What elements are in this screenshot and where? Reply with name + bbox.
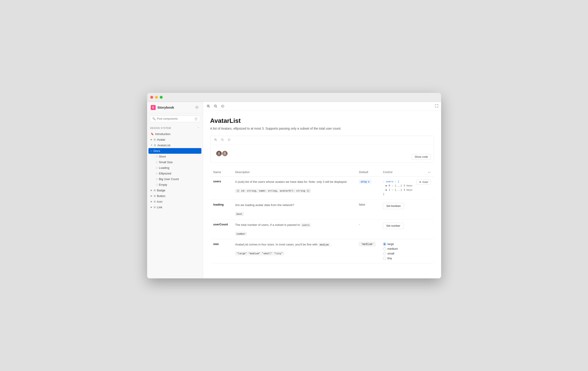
grid-icon: ⊞ [154,200,156,203]
props-table: Name Description Default Control ↩ [210,168,434,264]
default-badge: array ∨ [359,180,371,184]
prop-description: A (sub)-list of the users whose avatars … [235,180,353,193]
chevron-down-icon: ∨ [368,180,370,183]
square-icon: □ [156,166,158,169]
sidebar-header: S Storybook [147,102,203,113]
preview-toolbar [210,136,434,145]
square-icon: □ [156,172,158,175]
section-title: DESIGN SYSTEM [150,127,171,129]
radio-small[interactable]: small [383,252,431,255]
main-content: AvatarList A list of Avatars, ellipsized… [203,102,441,278]
col-default: Default [356,168,380,177]
prop-name: users [213,180,221,183]
sidebar-item-empty[interactable]: □ Empty [147,182,203,188]
radio-tiny[interactable]: tiny [383,256,431,260]
preview-zoom-in-icon[interactable] [213,138,218,142]
collapse-icon: ▶ [151,138,152,141]
expand-icon: ▼ [151,144,153,146]
default-value: - [359,223,360,226]
content-area: AvatarList A list of Avatars, ellipsized… [203,111,441,278]
search-box[interactable]: 🔍 / [150,116,200,122]
collapse-icon: ▶ [151,206,152,208]
sidebar-item-bigusercount[interactable]: □ Big User Count [147,176,203,182]
sidebar-item-ellipsized[interactable]: □ Ellipsized [147,171,203,176]
app-window: S Storybook 🔍 / DESIGN SYSTEM [147,93,441,278]
svg-line-10 [216,140,217,141]
sidebar-item-button[interactable]: ▶ ⊞ Button [147,193,203,199]
sidebar-item-short[interactable]: □ Short [147,154,203,159]
raw-button[interactable]: 👁 RAW [417,180,430,185]
expand-icon[interactable] [435,104,438,108]
square-icon: □ [156,161,158,163]
sidebar-item-link[interactable]: ▶ ⊞ Link [147,204,203,210]
grid-icon: ⊞ [154,144,156,147]
preview-zoom-out-icon[interactable] [220,138,225,142]
zoom-in-icon[interactable] [206,104,211,109]
grid-icon: ⊞ [154,206,156,209]
reset-all-icon[interactable]: ↩ [428,170,431,174]
prop-type-code: number [235,232,247,236]
maximize-button[interactable] [160,96,163,99]
preview-box: Show code [210,136,434,163]
reset-zoom-icon[interactable] [220,104,226,109]
sidebar-item-docs[interactable]: □ Docs [148,148,201,154]
preview-reset-icon[interactable] [227,138,231,142]
main-toolbar [203,102,441,111]
prop-description: AvatarList comes in four sizes. In most … [235,242,353,256]
square-icon: □ [156,178,158,180]
default-value: false [359,203,365,206]
prop-type-code: bool [235,212,244,216]
eye-icon: 👁 [419,181,421,183]
titlebar [147,93,441,102]
radio-button[interactable] [383,247,386,250]
search-icon: 🔍 [152,117,156,120]
sidebar-item-avatar[interactable]: ▶ ⊞ Avatar [147,137,203,142]
search-input[interactable] [157,117,193,120]
app-body: S Storybook 🔍 / DESIGN SYSTEM [147,102,441,278]
avatar [222,150,228,157]
storybook-logo-icon: S [151,105,156,110]
sidebar-item-badge[interactable]: ▶ ⊞ Badge [147,188,203,193]
users-control: - users : [ ▶ 0 : {...} 3 keys ▶ 1 : {..… [383,180,412,197]
show-code-button[interactable]: Show code [412,154,431,160]
radio-button[interactable] [383,243,386,246]
table-row: loading Are we loading avatar data from … [210,200,434,220]
collapse-icon: ▶ [151,200,152,203]
collapse-icon: ▶ [151,189,152,191]
page-title: AvatarList [210,117,434,124]
set-number-button[interactable]: Set number [383,223,404,229]
sidebar: S Storybook 🔍 / DESIGN SYSTEM [147,102,203,278]
grid-icon: ⊞ [154,194,156,197]
radio-large[interactable]: large [383,242,431,246]
section-collapse-icon[interactable]: ⌃ [197,127,200,130]
default-value: 'medium' [359,242,376,246]
sidebar-item-introduction[interactable]: 🔖 Introduction [147,131,203,137]
sidebar-item-loading[interactable]: □ Loading [147,165,203,171]
prop-name: userCount [213,223,228,226]
sidebar-item-smallsize[interactable]: □ Small Size [147,159,203,165]
zoom-out-icon[interactable] [213,104,218,109]
close-button[interactable] [150,96,153,99]
set-boolean-button[interactable]: Set boolean [383,203,404,209]
prop-type-code: "large" "medium" "small" "tiny" [235,252,284,255]
prop-type-code: [{ id: string, name: string, avatarUrl: … [235,189,311,193]
prop-name: size [213,242,219,246]
col-name: Name [210,168,232,177]
prop-inline-code: users [301,223,311,227]
table-row: size AvatarList comes in four sizes. In … [210,239,434,263]
radio-medium[interactable]: medium [383,247,431,250]
page-description: A list of Avatars, ellipsized to at most… [210,127,434,130]
prop-description: The total number of users, if a subset i… [235,223,353,236]
preview-content: Show code [210,145,434,162]
sidebar-item-icon[interactable]: ▶ ⊞ Icon [147,199,203,204]
square-icon: □ [156,183,158,186]
sidebar-item-avatarlist[interactable]: ▼ ⊞ AvatarList [147,142,203,148]
collapse-icon: ▶ [151,195,152,197]
prop-inline-code: medium [318,243,330,247]
settings-icon[interactable] [195,106,199,110]
minimize-button[interactable] [155,96,158,99]
radio-button[interactable] [383,257,386,260]
radio-button[interactable] [383,252,386,255]
svg-line-3 [209,107,210,107]
avatar-list [216,150,228,157]
